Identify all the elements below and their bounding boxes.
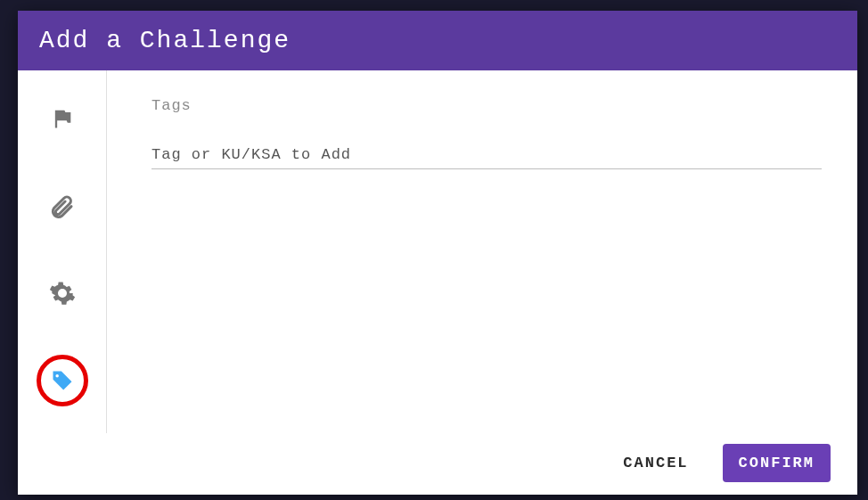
sidebar-item-settings[interactable] — [41, 272, 84, 315]
gear-icon — [49, 280, 76, 307]
sidebar-item-challenge[interactable] — [41, 97, 84, 140]
add-challenge-dialog: Add a Challenge — [18, 11, 857, 495]
dialog-body: Tags — [18, 70, 857, 433]
sidebar-item-attachments[interactable] — [41, 184, 84, 227]
tag-icon — [50, 368, 75, 393]
sidebar-item-tags[interactable] — [41, 359, 84, 402]
confirm-button[interactable]: CONFIRM — [723, 444, 831, 482]
tag-input[interactable] — [151, 141, 822, 169]
dialog-header: Add a Challenge — [18, 11, 857, 70]
dialog-title: Add a Challenge — [39, 27, 291, 54]
content-panel: Tags — [107, 70, 857, 433]
sidebar — [18, 70, 107, 433]
paperclip-icon — [49, 193, 76, 219]
cancel-button[interactable]: CANCEL — [607, 444, 704, 482]
section-label-tags: Tags — [151, 97, 822, 114]
flag-icon — [50, 106, 75, 131]
dialog-footer: CANCEL CONFIRM — [18, 433, 857, 495]
